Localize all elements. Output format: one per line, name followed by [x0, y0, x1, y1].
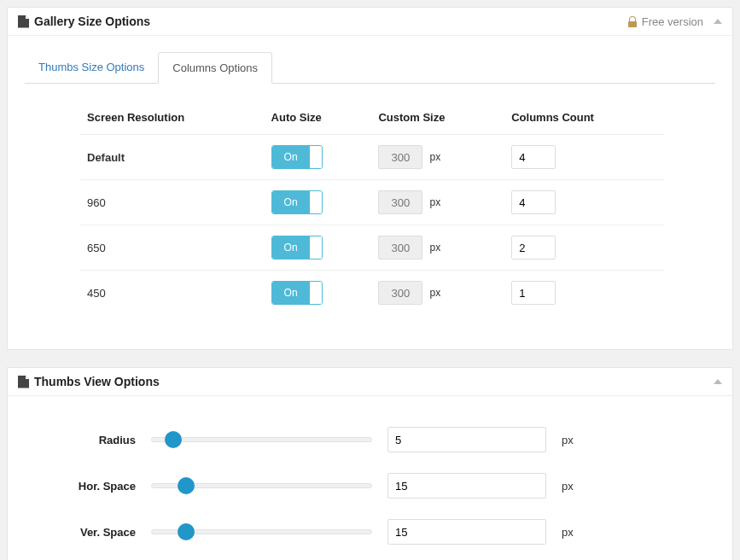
- ver-space-input[interactable]: [387, 519, 546, 545]
- col-header-resolution: Screen Resolution: [80, 102, 265, 135]
- radius-slider[interactable]: [151, 431, 372, 448]
- radius-input[interactable]: [387, 427, 546, 452]
- table-row: 650 On px: [80, 225, 664, 271]
- auto-size-toggle[interactable]: On: [271, 281, 323, 305]
- toggle-on-label: On: [272, 191, 310, 213]
- columns-count-input[interactable]: [511, 190, 556, 214]
- collapse-icon[interactable]: [714, 379, 722, 384]
- slider-thumb[interactable]: [178, 523, 195, 540]
- unit-label: px: [562, 526, 579, 539]
- hor-space-label: Hor. Space: [33, 480, 136, 493]
- col-header-count: Columns Count: [504, 102, 664, 135]
- panel-title: Gallery Size Options: [34, 15, 150, 28]
- table-row: 960 On px: [80, 180, 664, 225]
- free-version-label: Free version: [642, 15, 703, 28]
- custom-size-input: [378, 281, 422, 305]
- col-header-custom: Custom Size: [371, 102, 504, 135]
- unit-label: px: [429, 242, 440, 254]
- table-row: 450 On px: [80, 271, 664, 316]
- unit-label: px: [429, 287, 440, 299]
- toggle-on-label: On: [272, 146, 310, 168]
- columns-count-input[interactable]: [511, 236, 556, 260]
- document-icon: [18, 15, 29, 28]
- radius-label: Radius: [33, 434, 136, 446]
- slider-thumb[interactable]: [178, 477, 195, 494]
- collapse-icon[interactable]: [714, 19, 722, 24]
- columns-table: Screen Resolution Auto Size Custom Size …: [80, 102, 664, 315]
- resolution-cell: 450: [80, 271, 265, 316]
- toggle-nub: [310, 146, 323, 168]
- custom-size-input: [378, 190, 422, 214]
- toggle-nub: [310, 236, 323, 259]
- gallery-size-options-panel: Gallery Size Options Free version Thumbs…: [7, 7, 733, 350]
- resolution-cell: 650: [80, 225, 265, 271]
- lock-icon: [628, 16, 637, 27]
- panel-body: Radius px Hor. Space px Ver. Space: [8, 396, 732, 560]
- auto-size-toggle[interactable]: On: [271, 145, 323, 169]
- columns-count-input[interactable]: [511, 145, 556, 169]
- unit-label: px: [562, 434, 579, 446]
- resolution-cell: Default: [80, 135, 265, 180]
- auto-size-toggle[interactable]: On: [271, 236, 323, 260]
- panel-header: Thumbs View Options: [8, 368, 732, 396]
- auto-size-toggle[interactable]: On: [271, 190, 323, 214]
- tab-thumbs-size-options[interactable]: Thumbs Size Options: [25, 52, 158, 84]
- tabs: Thumbs Size Options Columns Options: [25, 51, 715, 84]
- hor-space-slider[interactable]: [151, 477, 372, 494]
- tab-columns-options[interactable]: Columns Options: [158, 52, 272, 84]
- slider-thumb[interactable]: [165, 431, 182, 448]
- ver-space-slider[interactable]: [151, 523, 372, 540]
- hor-space-row: Hor. Space px: [25, 463, 715, 509]
- custom-size-input: [378, 236, 422, 260]
- document-icon: [18, 376, 29, 388]
- columns-count-input[interactable]: [511, 281, 556, 305]
- unit-label: px: [429, 196, 440, 208]
- panel-header: Gallery Size Options Free version: [8, 8, 732, 36]
- panel-body: Thumbs Size Options Columns Options Scre…: [8, 36, 732, 349]
- unit-label: px: [562, 480, 579, 493]
- toggle-nub: [310, 282, 323, 304]
- ver-space-label: Ver. Space: [33, 526, 136, 539]
- table-row: Default On px: [80, 135, 664, 180]
- toggle-on-label: On: [272, 236, 310, 259]
- col-header-auto: Auto Size: [265, 102, 372, 135]
- unit-label: px: [429, 151, 440, 163]
- toggle-on-label: On: [272, 282, 310, 304]
- hor-space-input[interactable]: [387, 473, 546, 499]
- free-version-badge[interactable]: Free version: [628, 15, 703, 28]
- panel-title: Thumbs View Options: [34, 375, 160, 388]
- radius-row: Radius px: [25, 417, 715, 463]
- toggle-nub: [310, 191, 323, 213]
- resolution-cell: 960: [80, 180, 265, 225]
- custom-size-input: [378, 145, 422, 169]
- ver-space-row: Ver. Space px: [25, 509, 715, 555]
- thumbs-view-options-panel: Thumbs View Options Radius px Hor. Space…: [7, 367, 733, 560]
